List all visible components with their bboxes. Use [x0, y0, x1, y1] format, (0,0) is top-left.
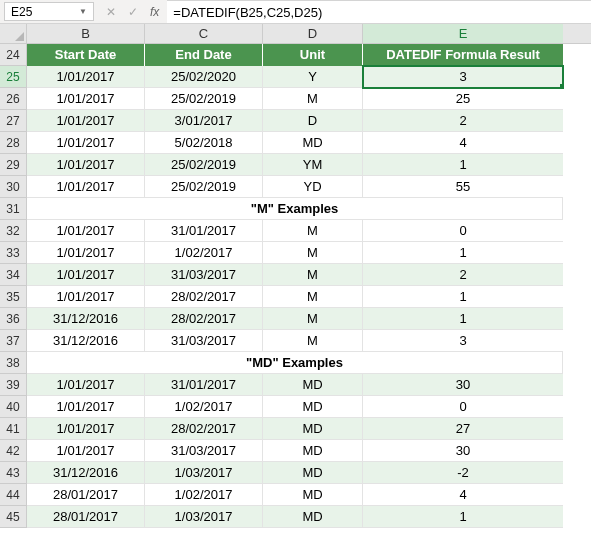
cell[interactable]: D — [263, 110, 363, 132]
formula-input[interactable]: =DATEDIF(B25,C25,D25) — [167, 0, 591, 23]
table-header-cell[interactable]: DATEDIF Formula Result — [363, 44, 563, 66]
cell[interactable]: 3 — [363, 330, 563, 352]
cell[interactable]: 28/02/2017 — [145, 286, 263, 308]
cell[interactable]: M — [263, 264, 363, 286]
cell[interactable]: 1 — [363, 242, 563, 264]
chevron-down-icon[interactable]: ▼ — [79, 7, 87, 16]
cell[interactable]: 1/01/2017 — [27, 176, 145, 198]
cell[interactable]: 1/03/2017 — [145, 506, 263, 528]
table-header-cell[interactable]: Start Date — [27, 44, 145, 66]
cell[interactable]: 4 — [363, 132, 563, 154]
section-header[interactable]: "MD" Examples — [27, 352, 563, 374]
cell[interactable]: MD — [263, 374, 363, 396]
cell[interactable]: Y — [263, 66, 363, 88]
cell[interactable]: 28/01/2017 — [27, 484, 145, 506]
cell[interactable]: 1/01/2017 — [27, 440, 145, 462]
cell[interactable]: 30 — [363, 440, 563, 462]
row-header[interactable]: 35 — [0, 286, 27, 308]
cell[interactable]: 25/02/2019 — [145, 154, 263, 176]
row-header[interactable]: 42 — [0, 440, 27, 462]
cell[interactable]: 0 — [363, 396, 563, 418]
row-header[interactable]: 43 — [0, 462, 27, 484]
row-header[interactable]: 44 — [0, 484, 27, 506]
cell[interactable]: YD — [263, 176, 363, 198]
cell[interactable]: 1 — [363, 308, 563, 330]
cell[interactable]: 30 — [363, 374, 563, 396]
cell[interactable]: MD — [263, 396, 363, 418]
column-header-e[interactable]: E — [363, 24, 563, 43]
cell[interactable]: MD — [263, 462, 363, 484]
cell[interactable]: M — [263, 242, 363, 264]
section-header[interactable]: "M" Examples — [27, 198, 563, 220]
column-header-c[interactable]: C — [145, 24, 263, 43]
cell[interactable]: 1/01/2017 — [27, 264, 145, 286]
cell[interactable]: 31/03/2017 — [145, 440, 263, 462]
cell[interactable]: 1/01/2017 — [27, 242, 145, 264]
cell[interactable]: M — [263, 220, 363, 242]
cell[interactable]: 25/02/2020 — [145, 66, 263, 88]
column-header-b[interactable]: B — [27, 24, 145, 43]
cell[interactable]: 2 — [363, 264, 563, 286]
cell[interactable]: 25 — [363, 88, 563, 110]
cell[interactable]: 0 — [363, 220, 563, 242]
cell[interactable]: M — [263, 330, 363, 352]
cell[interactable]: 55 — [363, 176, 563, 198]
cell[interactable]: 31/12/2016 — [27, 308, 145, 330]
row-header[interactable]: 30 — [0, 176, 27, 198]
cell[interactable]: 4 — [363, 484, 563, 506]
cell[interactable]: 28/02/2017 — [145, 418, 263, 440]
row-header[interactable]: 39 — [0, 374, 27, 396]
row-header[interactable]: 33 — [0, 242, 27, 264]
row-header[interactable]: 38 — [0, 352, 27, 374]
row-header[interactable]: 28 — [0, 132, 27, 154]
cell[interactable]: 31/03/2017 — [145, 264, 263, 286]
fx-icon[interactable]: fx — [150, 5, 159, 19]
column-header-d[interactable]: D — [263, 24, 363, 43]
cell[interactable]: 3/01/2017 — [145, 110, 263, 132]
row-header[interactable]: 26 — [0, 88, 27, 110]
row-header[interactable]: 31 — [0, 198, 27, 220]
cell[interactable]: 25/02/2019 — [145, 176, 263, 198]
cell[interactable]: 31/12/2016 — [27, 462, 145, 484]
row-header[interactable]: 34 — [0, 264, 27, 286]
cell[interactable]: 1/01/2017 — [27, 154, 145, 176]
cell[interactable]: 1/02/2017 — [145, 396, 263, 418]
cell[interactable]: YM — [263, 154, 363, 176]
name-box[interactable]: E25 ▼ — [4, 2, 94, 21]
row-header[interactable]: 25 — [0, 66, 27, 88]
cell[interactable]: 1 — [363, 286, 563, 308]
cell[interactable]: 1/03/2017 — [145, 462, 263, 484]
cell[interactable]: 1/01/2017 — [27, 220, 145, 242]
cell[interactable]: MD — [263, 506, 363, 528]
cell[interactable]: 25/02/2019 — [145, 88, 263, 110]
cell[interactable]: -2 — [363, 462, 563, 484]
select-all-corner[interactable] — [0, 24, 27, 44]
cell[interactable]: 1/01/2017 — [27, 132, 145, 154]
cell[interactable]: 31/03/2017 — [145, 330, 263, 352]
row-header[interactable]: 27 — [0, 110, 27, 132]
row-header[interactable]: 41 — [0, 418, 27, 440]
table-header-cell[interactable]: End Date — [145, 44, 263, 66]
cell[interactable]: MD — [263, 132, 363, 154]
cell[interactable]: 1 — [363, 154, 563, 176]
cell[interactable]: 1 — [363, 506, 563, 528]
cell[interactable]: 1/01/2017 — [27, 66, 145, 88]
row-header[interactable]: 37 — [0, 330, 27, 352]
cell[interactable]: 1/01/2017 — [27, 88, 145, 110]
cell[interactable]: M — [263, 286, 363, 308]
cancel-icon[interactable]: ✕ — [104, 5, 118, 19]
cell[interactable]: 1/01/2017 — [27, 418, 145, 440]
cell[interactable]: 1/01/2017 — [27, 396, 145, 418]
cell[interactable]: M — [263, 88, 363, 110]
row-header[interactable]: 24 — [0, 44, 27, 66]
table-header-cell[interactable]: Unit — [263, 44, 363, 66]
row-header[interactable]: 29 — [0, 154, 27, 176]
cell[interactable]: MD — [263, 440, 363, 462]
cell[interactable]: 28/01/2017 — [27, 506, 145, 528]
cell[interactable]: 1/02/2017 — [145, 242, 263, 264]
cell[interactable]: 1/02/2017 — [145, 484, 263, 506]
cell[interactable]: 2 — [363, 110, 563, 132]
cell[interactable]: 1/01/2017 — [27, 110, 145, 132]
enter-icon[interactable]: ✓ — [126, 5, 140, 19]
cell[interactable]: 31/12/2016 — [27, 330, 145, 352]
